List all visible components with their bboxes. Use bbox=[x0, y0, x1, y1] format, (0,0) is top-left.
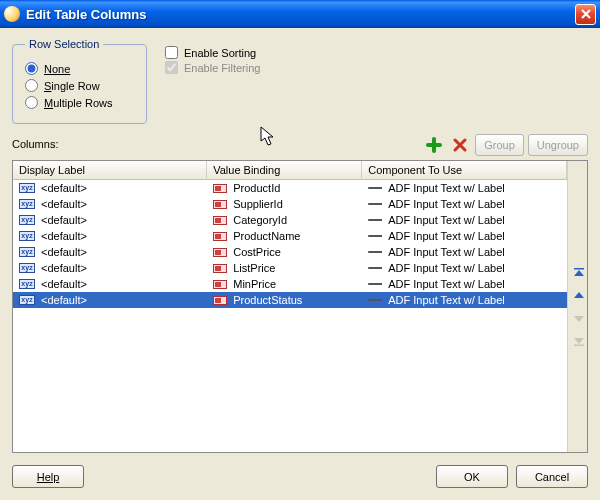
add-column-button[interactable] bbox=[423, 134, 445, 156]
radio-none[interactable]: None bbox=[25, 62, 134, 75]
radio-single[interactable]: Single Row bbox=[25, 79, 134, 92]
binding-icon bbox=[213, 232, 227, 241]
binding-icon bbox=[213, 280, 227, 289]
check-enable-filtering: Enable Filtering bbox=[165, 61, 260, 74]
check-enable-sorting-input[interactable] bbox=[165, 46, 178, 59]
cell-component: ADF Input Text w/ Label bbox=[388, 198, 505, 210]
title-bar: Edit Table Columns bbox=[0, 0, 600, 28]
col-header-display-label[interactable]: Display Label bbox=[13, 161, 207, 180]
cell-component: ADF Input Text w/ Label bbox=[388, 278, 505, 290]
xyz-icon: xyz bbox=[19, 295, 35, 305]
cell-display-label: <default> bbox=[41, 246, 87, 258]
cell-value-binding: ListPrice bbox=[233, 262, 275, 274]
component-icon bbox=[368, 247, 382, 257]
xyz-icon: xyz bbox=[19, 279, 35, 289]
binding-icon bbox=[213, 296, 227, 305]
move-up-button[interactable] bbox=[570, 287, 588, 305]
svg-rect-1 bbox=[574, 344, 584, 346]
arrow-down-icon bbox=[572, 311, 586, 325]
group-button[interactable]: Group bbox=[475, 134, 524, 156]
ok-button[interactable]: OK bbox=[436, 465, 508, 488]
cell-display-label: <default> bbox=[41, 278, 87, 290]
arrow-top-icon bbox=[572, 267, 586, 281]
binding-icon bbox=[213, 216, 227, 225]
cell-component: ADF Input Text w/ Label bbox=[388, 294, 505, 306]
xyz-icon: xyz bbox=[19, 247, 35, 257]
binding-icon bbox=[213, 200, 227, 209]
cell-display-label: <default> bbox=[41, 182, 87, 194]
arrow-up-icon bbox=[572, 289, 586, 303]
binding-icon bbox=[213, 248, 227, 257]
col-header-component[interactable]: Component To Use bbox=[362, 161, 567, 180]
check-enable-sorting[interactable]: Enable Sorting bbox=[165, 46, 260, 59]
component-icon bbox=[368, 183, 382, 193]
close-icon bbox=[581, 9, 591, 19]
cell-value-binding: ProductId bbox=[233, 182, 280, 194]
cell-display-label: <default> bbox=[41, 230, 87, 242]
table-row[interactable]: xyz<default>MinPriceADF Input Text w/ La… bbox=[13, 276, 567, 292]
cell-display-label: <default> bbox=[41, 294, 87, 306]
table-row[interactable]: xyz<default>CategoryIdADF Input Text w/ … bbox=[13, 212, 567, 228]
move-top-button[interactable] bbox=[570, 265, 588, 283]
table-row[interactable]: xyz<default>CostPriceADF Input Text w/ L… bbox=[13, 244, 567, 260]
app-icon bbox=[4, 6, 20, 22]
cell-value-binding: ProductStatus bbox=[233, 294, 302, 306]
cell-component: ADF Input Text w/ Label bbox=[388, 182, 505, 194]
ungroup-button[interactable]: Ungroup bbox=[528, 134, 588, 156]
cell-value-binding: MinPrice bbox=[233, 278, 276, 290]
component-icon bbox=[368, 215, 382, 225]
help-button[interactable]: Help bbox=[12, 465, 84, 488]
radio-none-label: None bbox=[44, 63, 70, 75]
component-icon bbox=[368, 295, 382, 305]
table-row[interactable]: xyz<default>ProductStatusADF Input Text … bbox=[13, 292, 567, 308]
move-bottom-button bbox=[570, 331, 588, 349]
check-enable-sorting-label: Enable Sorting bbox=[184, 47, 256, 59]
radio-multiple-input[interactable] bbox=[25, 96, 38, 109]
component-icon bbox=[368, 279, 382, 289]
arrow-bottom-icon bbox=[572, 333, 586, 347]
cell-value-binding: SupplierId bbox=[233, 198, 283, 210]
cell-display-label: <default> bbox=[41, 198, 87, 210]
remove-column-button[interactable] bbox=[449, 134, 471, 156]
col-header-value-binding[interactable]: Value Binding bbox=[207, 161, 362, 180]
xyz-icon: xyz bbox=[19, 231, 35, 241]
table-row[interactable]: xyz<default>SupplierIdADF Input Text w/ … bbox=[13, 196, 567, 212]
delete-icon bbox=[452, 137, 468, 153]
check-enable-filtering-label: Enable Filtering bbox=[184, 62, 260, 74]
cell-value-binding: CostPrice bbox=[233, 246, 281, 258]
row-selection-legend: Row Selection bbox=[25, 38, 103, 50]
cell-value-binding: CategoryId bbox=[233, 214, 287, 226]
xyz-icon: xyz bbox=[19, 215, 35, 225]
cell-component: ADF Input Text w/ Label bbox=[388, 214, 505, 226]
binding-icon bbox=[213, 264, 227, 273]
radio-none-input[interactable] bbox=[25, 62, 38, 75]
table-row[interactable]: xyz<default>ProductIdADF Input Text w/ L… bbox=[13, 180, 567, 197]
cancel-button[interactable]: Cancel bbox=[516, 465, 588, 488]
move-down-button bbox=[570, 309, 588, 327]
svg-rect-0 bbox=[574, 268, 584, 270]
window-close-button[interactable] bbox=[575, 4, 596, 25]
columns-table[interactable]: Display Label Value Binding Component To… bbox=[13, 161, 567, 452]
cell-component: ADF Input Text w/ Label bbox=[388, 262, 505, 274]
xyz-icon: xyz bbox=[19, 199, 35, 209]
binding-icon bbox=[213, 184, 227, 193]
cell-display-label: <default> bbox=[41, 214, 87, 226]
check-enable-filtering-input bbox=[165, 61, 178, 74]
component-icon bbox=[368, 199, 382, 209]
table-row[interactable]: xyz<default>ProductNameADF Input Text w/… bbox=[13, 228, 567, 244]
window-title: Edit Table Columns bbox=[26, 7, 575, 22]
radio-single-label: Single Row bbox=[44, 80, 100, 92]
xyz-icon: xyz bbox=[19, 263, 35, 273]
plus-icon bbox=[426, 137, 442, 153]
xyz-icon: xyz bbox=[19, 183, 35, 193]
component-icon bbox=[368, 263, 382, 273]
radio-single-input[interactable] bbox=[25, 79, 38, 92]
cell-component: ADF Input Text w/ Label bbox=[388, 246, 505, 258]
cell-component: ADF Input Text w/ Label bbox=[388, 230, 505, 242]
row-selection-group: Row Selection None Single Row Multiple R… bbox=[12, 38, 147, 124]
component-icon bbox=[368, 231, 382, 241]
cell-value-binding: ProductName bbox=[233, 230, 300, 242]
table-row[interactable]: xyz<default>ListPriceADF Input Text w/ L… bbox=[13, 260, 567, 276]
radio-multiple-label: Multiple Rows bbox=[44, 97, 112, 109]
radio-multiple[interactable]: Multiple Rows bbox=[25, 96, 134, 109]
